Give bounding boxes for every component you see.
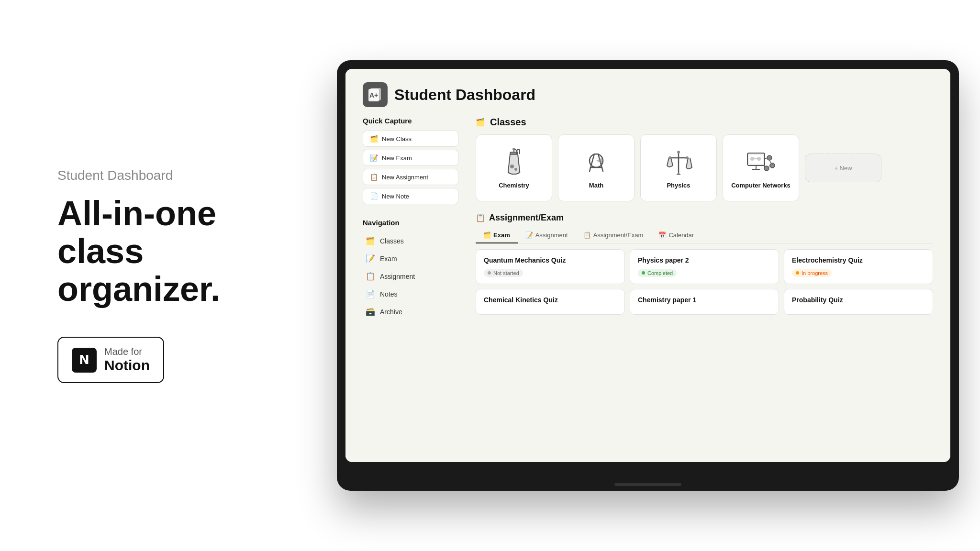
new-class-icon: 🗂️ xyxy=(370,135,378,143)
svg-point-6 xyxy=(514,168,517,171)
new-assignment-icon: 📋 xyxy=(370,173,378,181)
electrochem-title: Electrochemistry Quiz xyxy=(792,256,925,264)
chemistry-paper-title: Chemistry paper 1 xyxy=(638,296,771,304)
physics-icon xyxy=(663,147,694,178)
svg-point-32 xyxy=(750,157,754,161)
app-body: Quick Capture 🗂️ New Class 📝 New Exam 📋 xyxy=(345,112,950,462)
new-exam-button[interactable]: 📝 New Exam xyxy=(363,150,458,166)
navigation-section: Navigation 🗂️ Classes 📝 Exam 📋 xyxy=(363,219,458,320)
left-subtitle: Student Dashboard xyxy=(57,168,278,183)
svg-point-33 xyxy=(757,157,761,161)
exam-card-chemistry-paper[interactable]: Chemistry paper 1 xyxy=(630,289,779,315)
svg-point-26 xyxy=(764,166,769,171)
sidebar-item-classes[interactable]: 🗂️ Classes xyxy=(363,232,458,249)
laptop-frame: A+ Student Dashboard Quick Capture 🗂️ xyxy=(337,60,959,491)
quick-capture-title: Quick Capture xyxy=(363,117,458,125)
assignment-tab-icon: 📝 xyxy=(525,231,533,239)
class-card-physics[interactable]: Physics xyxy=(640,134,717,201)
app-logo: A+ xyxy=(363,82,388,107)
new-class-card[interactable]: + New xyxy=(805,154,881,182)
sidebar-item-archive[interactable]: 🗃️ Archive xyxy=(363,303,458,320)
notion-text: Made for Notion xyxy=(104,346,150,374)
new-note-button[interactable]: 📄 New Note xyxy=(363,188,458,204)
app-title: Student Dashboard xyxy=(394,86,535,104)
notion-brand: Notion xyxy=(104,357,150,374)
tab-exam[interactable]: 🗂️ Exam xyxy=(476,228,518,243)
electrochem-status-dot xyxy=(796,271,799,275)
left-title: All-in-one class organizer. xyxy=(57,195,278,309)
notion-logo-icon: 𝗡 xyxy=(72,348,97,373)
svg-point-19 xyxy=(668,156,671,159)
main-content: 🗂️ Classes xyxy=(476,117,933,452)
sidebar: Quick Capture 🗂️ New Class 📝 New Exam 📋 xyxy=(363,117,458,452)
physics-paper-status-dot xyxy=(642,271,645,275)
chemistry-class-name: Chemistry xyxy=(499,182,529,189)
classes-section-title: Classes xyxy=(490,117,526,128)
math-class-name: Math xyxy=(589,182,603,189)
exam-tab-icon: 🗂️ xyxy=(483,231,491,239)
svg-marker-17 xyxy=(676,172,681,175)
assignment-exam-tab-icon: 📋 xyxy=(583,231,591,239)
chemical-kinetics-title: Chemical Kinetics Quiz xyxy=(484,296,617,304)
new-note-icon: 📄 xyxy=(370,192,378,200)
notion-badge: 𝗡 Made for Notion xyxy=(57,337,164,383)
app-container: A+ Student Dashboard Quick Capture 🗂️ xyxy=(345,69,950,462)
tab-assignment[interactable]: 📝 Assignment xyxy=(518,228,576,243)
exam-nav-icon: 📝 xyxy=(366,254,375,263)
quick-capture-section: Quick Capture 🗂️ New Class 📝 New Exam 📋 xyxy=(363,117,458,204)
archive-nav-icon: 🗃️ xyxy=(366,307,375,316)
networks-class-name: Computer Networks xyxy=(731,182,791,189)
exam-section: 📋 Assignment/Exam 🗂️ Exam 📝 xyxy=(476,213,933,315)
right-panel: A+ Student Dashboard Quick Capture 🗂️ xyxy=(316,41,980,510)
new-exam-icon: 📝 xyxy=(370,154,378,162)
chemistry-icon xyxy=(499,147,529,178)
tab-calendar[interactable]: 📅 Calendar xyxy=(651,228,702,243)
screen: A+ Student Dashboard Quick Capture 🗂️ xyxy=(345,69,950,462)
classes-section-icon: 🗂️ xyxy=(476,118,485,127)
laptop-bottom-bar xyxy=(614,483,681,486)
quantum-status-badge: Not started xyxy=(484,269,523,277)
exam-grid: Quantum Mechanics Quiz Not started Physi… xyxy=(476,249,933,315)
exam-card-chemical-kinetics[interactable]: Chemical Kinetics Quiz xyxy=(476,289,625,315)
svg-point-18 xyxy=(677,151,680,154)
app-header: A+ Student Dashboard xyxy=(345,69,950,112)
svg-point-20 xyxy=(686,156,689,159)
quantum-status-dot xyxy=(488,271,491,275)
navigation-title: Navigation xyxy=(363,219,458,227)
exam-card-quantum[interactable]: Quantum Mechanics Quiz Not started xyxy=(476,249,625,284)
calendar-tab-icon: 📅 xyxy=(658,231,666,239)
classes-section: 🗂️ Classes xyxy=(476,117,933,201)
svg-line-28 xyxy=(769,160,771,164)
left-panel: Student Dashboard All-in-one class organ… xyxy=(0,130,316,422)
exam-card-electrochem[interactable]: Electrochemistry Quiz In progress xyxy=(784,249,933,284)
svg-point-5 xyxy=(510,165,514,168)
class-card-chemistry[interactable]: Chemistry xyxy=(476,134,552,201)
sidebar-item-notes[interactable]: 📄 Notes xyxy=(363,286,458,302)
tab-assignment-exam[interactable]: 📋 Assignment/Exam xyxy=(576,228,651,243)
exam-card-physics-paper[interactable]: Physics paper 2 Completed xyxy=(630,249,779,284)
classes-nav-icon: 🗂️ xyxy=(366,236,375,245)
exam-section-icon: 📋 xyxy=(476,213,485,222)
math-icon xyxy=(581,147,612,178)
exam-section-title: Assignment/Exam xyxy=(489,213,564,223)
new-card-label: + New xyxy=(834,165,852,172)
sidebar-item-exam[interactable]: 📝 Exam xyxy=(363,250,458,267)
physics-class-name: Physics xyxy=(667,182,690,189)
svg-point-25 xyxy=(770,163,775,168)
exam-header-row: 📋 Assignment/Exam xyxy=(476,213,933,223)
classes-header: 🗂️ Classes xyxy=(476,117,933,128)
sidebar-item-assignment[interactable]: 📋 Assignment xyxy=(363,268,458,285)
exam-card-probability[interactable]: Probability Quiz xyxy=(784,289,933,315)
new-class-button[interactable]: 🗂️ New Class xyxy=(363,131,458,147)
networks-icon xyxy=(746,147,776,178)
svg-text:A+: A+ xyxy=(369,91,378,99)
class-card-networks[interactable]: Computer Networks xyxy=(723,134,799,201)
electrochem-status-badge: In progress xyxy=(792,269,832,277)
new-assignment-button[interactable]: 📋 New Assignment xyxy=(363,169,458,185)
notion-made-for: Made for xyxy=(104,346,150,357)
notes-nav-icon: 📄 xyxy=(366,289,375,298)
class-card-math[interactable]: Math xyxy=(558,134,635,201)
physics-paper-title: Physics paper 2 xyxy=(638,256,771,264)
classes-grid: Chemistry xyxy=(476,134,933,201)
exam-tabs: 🗂️ Exam 📝 Assignment 📋 Assignment/Exam xyxy=(476,228,933,243)
